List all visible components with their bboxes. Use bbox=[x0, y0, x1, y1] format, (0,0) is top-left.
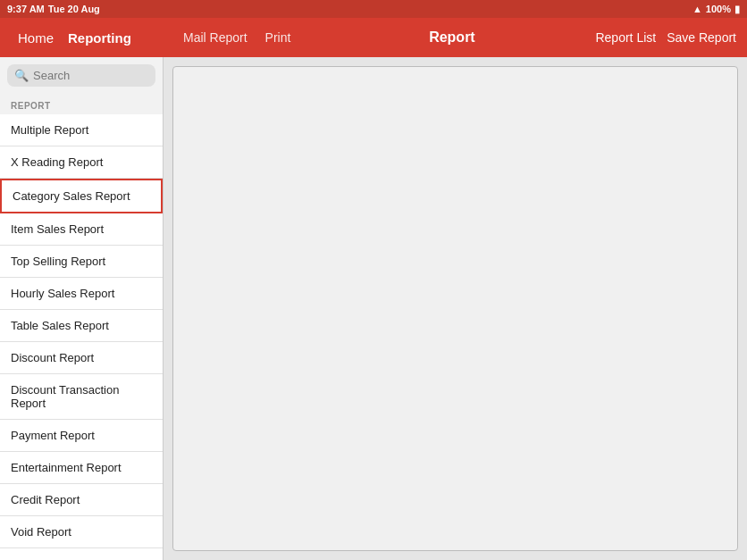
save-report-button[interactable]: Save Report bbox=[667, 30, 736, 45]
status-bar-left: 9:37 AM Tue 20 Aug bbox=[7, 4, 100, 14]
sidebar: 🔍 REPORT Multiple Report X Reading Repor… bbox=[0, 57, 164, 560]
reporting-nav-label: Reporting bbox=[61, 30, 138, 46]
report-item[interactable]: Table Sales Report bbox=[0, 310, 163, 342]
report-item[interactable]: Payment Report bbox=[0, 420, 163, 452]
report-item[interactable]: X Reading Report bbox=[0, 146, 163, 179]
report-item-category-sales[interactable]: Category Sales Report bbox=[0, 179, 163, 213]
report-item[interactable]: Top Selling Report bbox=[0, 246, 163, 278]
battery-icon: ▮ bbox=[734, 4, 740, 15]
content-area bbox=[164, 57, 747, 560]
print-button[interactable]: Print bbox=[265, 30, 291, 45]
search-icon: 🔍 bbox=[14, 69, 29, 82]
status-bar: 9:37 AM Tue 20 Aug ▲ 100% ▮ bbox=[0, 0, 747, 18]
nav-right: Report List Save Report bbox=[595, 30, 736, 45]
report-item[interactable]: Hourly Sales Report bbox=[0, 278, 163, 310]
section-label: REPORT bbox=[0, 94, 163, 114]
search-input[interactable] bbox=[33, 69, 148, 82]
report-item[interactable]: Entertainment Report bbox=[0, 452, 163, 484]
report-canvas bbox=[172, 66, 738, 551]
status-bar-right: ▲ 100% ▮ bbox=[692, 4, 740, 15]
battery-percentage: 100% bbox=[706, 4, 731, 14]
report-item[interactable]: Credit Report bbox=[0, 484, 163, 516]
status-date: Tue 20 Aug bbox=[48, 4, 100, 14]
report-item[interactable]: Item Sales Report bbox=[0, 213, 163, 246]
search-box[interactable]: 🔍 bbox=[7, 64, 155, 87]
nav-center: Mail Report Print Report bbox=[174, 29, 595, 46]
report-item[interactable]: Discount Report bbox=[0, 342, 163, 374]
mail-report-button[interactable]: Mail Report bbox=[183, 30, 248, 45]
main-layout: 🔍 REPORT Multiple Report X Reading Repor… bbox=[0, 57, 747, 560]
report-item[interactable]: Refund Report bbox=[0, 548, 163, 560]
wifi-icon: ▲ bbox=[692, 4, 702, 14]
report-item[interactable]: Discount Transaction Report bbox=[0, 374, 163, 420]
top-nav: Home Reporting Mail Report Print Report … bbox=[0, 18, 747, 57]
home-nav-button[interactable]: Home bbox=[11, 30, 61, 46]
report-item[interactable]: Multiple Report bbox=[0, 114, 163, 146]
nav-left: Home Reporting bbox=[11, 30, 174, 46]
report-item[interactable]: Void Report bbox=[0, 516, 163, 548]
status-time: 9:37 AM bbox=[7, 4, 45, 14]
report-title: Report bbox=[308, 29, 595, 46]
report-list-button[interactable]: Report List bbox=[595, 30, 656, 45]
